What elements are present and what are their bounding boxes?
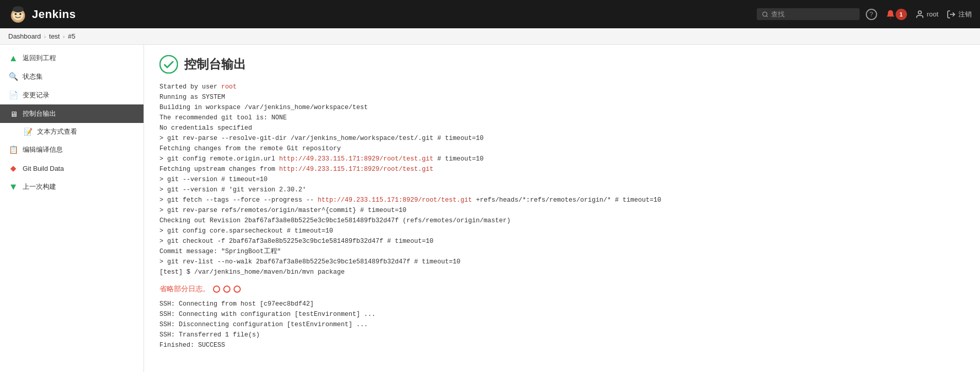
jenkins-logo-icon [8, 5, 28, 24]
search-box[interactable] [757, 8, 860, 20]
svg-point-9 [762, 12, 767, 16]
sidebar-item-gitbuild[interactable]: ◆ Git Build Data [0, 159, 144, 177]
console-line-13: > git rev-parse refs/remotes/origin/mast… [159, 205, 965, 216]
console-line-8: > git config remote.origin.url http://49… [159, 154, 965, 164]
breadcrumb-test[interactable]: test [49, 32, 60, 40]
breadcrumb-dashboard[interactable]: Dashboard [8, 32, 41, 40]
console-line-1: Started by user root [159, 82, 965, 92]
git-diamond-icon: ◆ [8, 163, 19, 173]
sidebar-label-gitbuild: Git Build Data [23, 165, 64, 172]
success-checkmark-icon [159, 55, 178, 74]
bell-icon [885, 9, 896, 20]
header-right: ? 1 root 注销 [866, 9, 972, 20]
logout-button[interactable]: 注销 [947, 10, 972, 19]
console-line-19: [test] $ /var/jenkins_home/maven/bin/mvn… [159, 267, 965, 277]
notif-count: 1 [896, 9, 907, 20]
svg-line-10 [766, 15, 767, 16]
page-title: 控制台输出 [184, 56, 246, 73]
sidebar-item-prevbuild[interactable]: ▼ 上一次构建 [0, 177, 144, 196]
edit-icon: 📋 [8, 145, 19, 155]
svg-rect-8 [17, 7, 20, 10]
dot-1 [213, 286, 220, 293]
console-line-15: > git config core.sparsecheckout # timeo… [159, 226, 965, 236]
sidebar-item-console[interactable]: 🖥 控制台输出 [0, 104, 144, 123]
console-line-5: No credentials specified [159, 123, 965, 133]
dot-3 [234, 286, 241, 293]
logout-icon [947, 10, 956, 19]
root-link[interactable]: root [221, 83, 237, 91]
bottom-line-3: SSH: Disconnecting configuration [testEn… [159, 319, 965, 330]
bottom-line-5: Finished: SUCCESS [159, 340, 965, 350]
svg-rect-4 [12, 11, 15, 13]
sidebar-label-console: 控制台输出 [23, 109, 56, 118]
breadcrumb-build[interactable]: #5 [68, 32, 75, 40]
omit-label-row: 省略部分日志。 [159, 285, 965, 294]
sidebar-label-annotation: 编辑编译信息 [23, 145, 63, 154]
omit-label: 省略部分日志。 [159, 285, 210, 294]
search-sidebar-icon: 🔍 [8, 72, 19, 82]
sidebar: ▲ 返回到工程 🔍 状态集 📄 变更记录 🖥 控制台输出 📝 文本方式查看 📋 … [0, 45, 144, 372]
console-line-2: Running as SYSTEM [159, 92, 965, 102]
down-arrow-icon: ▼ [8, 182, 19, 192]
svg-rect-5 [22, 11, 24, 13]
console-icon: 🖥 [8, 109, 19, 119]
git-url-3-link[interactable]: http://49.233.115.171:8929/root/test.git [318, 197, 472, 204]
notification-badge[interactable]: 1 [885, 9, 907, 20]
console-output-area: Started by user root Running as SYSTEM B… [159, 82, 965, 277]
up-arrow-icon: ▲ [8, 53, 19, 63]
logo-area: Jenkins [8, 5, 76, 24]
textview-icon: 📝 [23, 127, 33, 137]
sidebar-label-changelog: 变更记录 [23, 91, 49, 100]
search-input[interactable] [771, 10, 854, 18]
console-line-6: > git rev-parse --resolve-git-dir /var/j… [159, 133, 965, 144]
sidebar-item-textview[interactable]: 📝 文本方式查看 [0, 123, 144, 140]
git-url-2-link[interactable]: http://49.233.115.171:8929/root/test.git [279, 166, 434, 173]
sidebar-item-status[interactable]: 🔍 状态集 [0, 67, 144, 86]
console-line-9: Fetching upstream changes from http://49… [159, 164, 965, 174]
bottom-line-2: SSH: Connecting with configuration [test… [159, 309, 965, 319]
sidebar-label-status: 状态集 [23, 72, 43, 81]
sidebar-label-back: 返回到工程 [23, 54, 56, 63]
user-icon [915, 10, 924, 19]
console-line-18: > git rev-list --no-walk 2baf67af3a8e8b5… [159, 257, 965, 267]
help-button[interactable]: ? [866, 9, 877, 20]
breadcrumb-sep-1: › [44, 33, 46, 40]
console-line-10: > git --version # timeout=10 [159, 174, 965, 185]
console-line-3: Building in workspace /var/jenkins_home/… [159, 102, 965, 113]
console-line-17: Commit message: "SpringBoot工程" [159, 246, 965, 257]
header: Jenkins ? 1 root [0, 0, 980, 28]
breadcrumb: Dashboard › test › #5 [0, 28, 980, 45]
svg-point-11 [918, 11, 921, 14]
search-icon [762, 11, 769, 18]
svg-point-2 [15, 13, 17, 15]
logout-label: 注销 [958, 10, 972, 19]
main-layout: ▲ 返回到工程 🔍 状态集 📄 变更记录 🖥 控制台输出 📝 文本方式查看 📋 … [0, 45, 980, 372]
bottom-line-1: SSH: Connecting from host [c97eec8bdf42] [159, 299, 965, 309]
username-label: root [927, 10, 938, 18]
bottom-line-4: SSH: Transferred 1 file(s) [159, 330, 965, 340]
sidebar-item-changelog[interactable]: 📄 变更记录 [0, 86, 144, 104]
main-content: 控制台输出 Started by user root Running as SY… [144, 45, 980, 372]
console-line-11: > git --version # 'git version 2.30.2' [159, 185, 965, 195]
console-line-14: Checking out Revision 2baf67af3a8e8b5225… [159, 216, 965, 226]
dot-2 [223, 286, 230, 293]
app-title: Jenkins [32, 8, 76, 21]
console-bottom-area: SSH: Connecting from host [c97eec8bdf42]… [159, 299, 965, 350]
svg-point-13 [160, 56, 177, 73]
sidebar-label-prevbuild: 上一次构建 [23, 182, 56, 191]
console-line-16: > git checkout -f 2baf67af3a8e8b5225e3c9… [159, 236, 965, 246]
user-menu[interactable]: root [915, 10, 938, 19]
page-title-row: 控制台输出 [159, 55, 965, 74]
breadcrumb-sep-2: › [63, 33, 65, 40]
sidebar-item-back-to-project[interactable]: ▲ 返回到工程 [0, 49, 144, 67]
svg-point-3 [20, 13, 22, 15]
sidebar-label-textview: 文本方式查看 [37, 127, 77, 136]
git-url-1-link[interactable]: http://49.233.115.171:8929/root/test.git [279, 155, 434, 163]
sidebar-item-annotation[interactable]: 📋 编辑编译信息 [0, 140, 144, 159]
console-line-4: The recommended git tool is: NONE [159, 113, 965, 123]
doc-icon: 📄 [8, 90, 19, 100]
console-line-7: Fetching changes from the remote Git rep… [159, 144, 965, 154]
console-line-12: > git fetch --tags --force --progress --… [159, 195, 965, 205]
